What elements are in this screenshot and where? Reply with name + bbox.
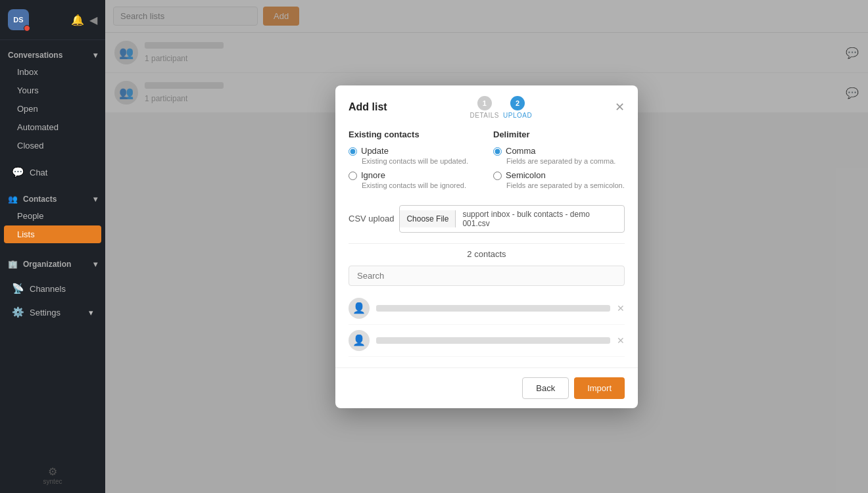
semicolon-label: Semicolon (506, 170, 546, 180)
comma-option: Comma Fields are separated by a comma. (493, 146, 625, 165)
ignore-option: Ignore Existing contacts will be ignored… (349, 170, 480, 189)
add-list-modal: Add list 1 DETAILS 2 UPLOAD ✕ (335, 85, 638, 408)
collapse-icon[interactable]: ◀ (89, 14, 97, 26)
settings-label: Settings (30, 308, 60, 317)
org-header[interactable]: 🏢 Organization ▾ (0, 254, 105, 271)
update-radio[interactable] (349, 147, 357, 156)
step-1: 1 DETAILS (470, 96, 499, 119)
import-button[interactable]: Import (574, 377, 625, 399)
contact-search-input[interactable] (349, 266, 625, 286)
conversations-header[interactable]: Conversations ▾ (0, 45, 105, 62)
contacts-section: 👥 Contacts ▾ People Lists (0, 184, 105, 249)
sidebar-header: DS 🔔 ◀ (0, 0, 105, 40)
csv-label: CSV upload (349, 214, 394, 223)
syntec-logo: ⚙ syntec (43, 465, 62, 485)
step-2: 2 UPLOAD (503, 96, 532, 119)
modal-overlay: Add list 1 DETAILS 2 UPLOAD ✕ (105, 0, 868, 493)
update-option: Update Existing contacts will be updated… (349, 146, 480, 165)
contact-item: 👤 ✕ (349, 325, 625, 357)
contacts-label: Contacts (23, 195, 57, 204)
sidebar-item-yours[interactable]: Yours (4, 82, 101, 99)
contact-avatar: 👤 (349, 330, 370, 351)
sidebar-item-people[interactable]: People (4, 207, 101, 225)
existing-contacts-title: Existing contacts (349, 129, 480, 139)
modal-footer: Back Import (335, 367, 638, 408)
update-label: Update (361, 146, 389, 156)
sidebar-item-lists[interactable]: Lists (4, 225, 101, 243)
settings-chevron: ▾ (89, 308, 93, 317)
semicolon-radio[interactable] (493, 172, 502, 180)
modal-close-button[interactable]: ✕ (615, 100, 625, 114)
choose-file-button[interactable]: Choose File (400, 210, 456, 227)
sidebar-icons: 🔔 ◀ (71, 14, 97, 26)
step1-label: DETAILS (470, 112, 499, 119)
sidebar-item-chat[interactable]: 💬 Chat (4, 161, 101, 183)
csv-file-area: Choose File support inbox - bulk contact… (399, 205, 625, 233)
org-chevron: ▾ (93, 260, 97, 269)
back-button[interactable]: Back (522, 377, 569, 399)
delimiter-col: Delimiter Comma Fields are separated by … (493, 129, 625, 195)
step2-circle: 2 (510, 96, 525, 110)
modal-header: Add list 1 DETAILS 2 UPLOAD ✕ (335, 85, 638, 119)
contact-remove-button[interactable]: ✕ (617, 303, 625, 314)
conversations-section: Conversations ▾ Inbox Yours Open Automat… (0, 40, 105, 160)
update-desc: Existing contacts will be updated. (362, 157, 480, 165)
step1-circle: 1 (477, 96, 492, 110)
contacts-icon: 👥 (8, 195, 18, 204)
contact-remove-button[interactable]: ✕ (617, 335, 625, 346)
contacts-chevron: ▾ (93, 195, 97, 204)
csv-filename: support inbox - bulk contacts - demo 001… (456, 206, 624, 232)
sidebar: DS 🔔 ◀ Conversations ▾ Inbox Yours Open … (0, 0, 105, 493)
main-content: Add 👥 1 participant 💬 👥 1 participant 💬 … (105, 0, 868, 493)
chat-icon: 💬 (12, 166, 24, 178)
sidebar-item-closed[interactable]: Closed (4, 137, 101, 154)
modal-title: Add list (349, 101, 387, 113)
ignore-radio[interactable] (349, 172, 357, 180)
org-icon: 🏢 (8, 260, 18, 269)
options-row: Existing contacts Update Existing contac… (349, 129, 625, 195)
sidebar-item-channels[interactable]: 📡 Channels (4, 277, 101, 300)
comma-label: Comma (506, 146, 536, 156)
comma-radio[interactable] (493, 147, 502, 156)
delimiter-title: Delimiter (493, 129, 625, 139)
avatar: DS (8, 9, 29, 30)
sidebar-item-automated[interactable]: Automated (4, 118, 101, 136)
contact-item: 👤 ✕ (349, 293, 625, 325)
comma-desc: Fields are separated by a comma. (506, 157, 625, 165)
sidebar-footer: ⚙ syntec (0, 458, 105, 493)
semicolon-option: Semicolon Fields are separated by a semi… (493, 170, 625, 189)
contact-name-bar (376, 337, 610, 344)
conversations-chevron: ▾ (93, 51, 97, 60)
ignore-label: Ignore (361, 170, 385, 180)
channels-icon: 📡 (12, 283, 24, 294)
settings-icon: ⚙️ (12, 306, 24, 318)
modal-steps: 1 DETAILS 2 UPLOAD (470, 96, 533, 119)
modal-body: Existing contacts Update Existing contac… (335, 119, 638, 367)
chat-label: Chat (30, 168, 47, 177)
csv-row: CSV upload Choose File support inbox - b… (349, 205, 625, 233)
contact-avatar: 👤 (349, 298, 370, 319)
contact-name-bar (376, 305, 610, 312)
sidebar-item-inbox[interactable]: Inbox (4, 63, 101, 81)
org-section: 🏢 Organization ▾ (0, 249, 105, 277)
org-label: Organization (23, 260, 71, 269)
notification-icon[interactable]: 🔔 (71, 14, 84, 26)
sidebar-item-settings[interactable]: ⚙️ Settings ▾ (4, 301, 101, 323)
ignore-desc: Existing contacts will be ignored. (362, 181, 480, 189)
conversations-label: Conversations (8, 51, 62, 60)
contacts-header[interactable]: 👥 Contacts ▾ (0, 189, 105, 206)
existing-contacts-col: Existing contacts Update Existing contac… (349, 129, 480, 195)
step2-label: UPLOAD (503, 112, 532, 119)
sidebar-item-open[interactable]: Open (4, 100, 101, 118)
contacts-count: 2 contacts (349, 243, 625, 266)
semicolon-desc: Fields are separated by a semicolon. (506, 181, 625, 189)
channels-label: Channels (30, 284, 66, 294)
